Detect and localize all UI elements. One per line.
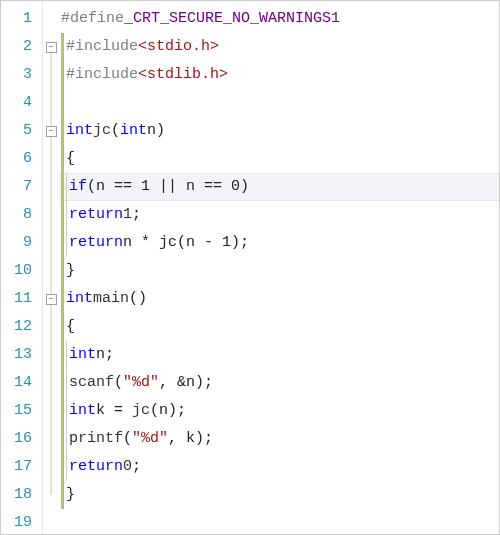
punct: ; xyxy=(204,425,213,453)
line-number: 17 xyxy=(1,453,32,481)
code-line[interactable] xyxy=(61,89,499,117)
line-number: 8 xyxy=(1,201,32,229)
preproc-directive: #include xyxy=(66,33,138,61)
code-line[interactable]: #include <stdlib.h> xyxy=(61,61,499,89)
line-number: 11 xyxy=(1,285,32,313)
line-number: 19 xyxy=(1,509,32,535)
punct: ( xyxy=(114,369,123,397)
punct: ( xyxy=(87,173,96,201)
code-line[interactable]: } xyxy=(61,257,499,285)
identifier: k = xyxy=(96,397,132,425)
code-line[interactable]: printf("%d", k); xyxy=(61,425,499,453)
args: (n) xyxy=(150,397,177,425)
line-number: 6 xyxy=(1,145,32,173)
identifier: n xyxy=(147,117,156,145)
line-number: 10 xyxy=(1,257,32,285)
punct: ; xyxy=(240,229,249,257)
line-number-gutter: 1 2 3 4 5 6 7 8 9 10 11 12 13 14 15 16 1… xyxy=(1,1,43,534)
punct: ) xyxy=(156,117,165,145)
line-number: 5 xyxy=(1,117,32,145)
preproc-directive: #include xyxy=(66,61,138,89)
identifier: n xyxy=(96,341,105,369)
line-number: 1 xyxy=(1,5,32,33)
keyword: return xyxy=(69,453,123,481)
code-line[interactable]: int n; xyxy=(61,341,499,369)
code-line[interactable]: return n * jc(n - 1); xyxy=(61,229,499,257)
line-number: 16 xyxy=(1,425,32,453)
line-number: 9 xyxy=(1,229,32,257)
include-header: <stdio.h> xyxy=(138,33,219,61)
macro-name: _CRT_SECURE_NO_WARNINGS xyxy=(124,5,331,33)
line-number: 2 xyxy=(1,33,32,61)
punct: ( xyxy=(111,117,120,145)
code-line[interactable] xyxy=(61,509,499,535)
function-call: scanf xyxy=(69,369,114,397)
brace: } xyxy=(66,481,75,509)
code-editor[interactable]: 1 2 3 4 5 6 7 8 9 10 11 12 13 14 15 16 1… xyxy=(1,1,499,534)
code-line[interactable]: scanf("%d", &n); xyxy=(61,369,499,397)
keyword: int xyxy=(66,117,93,145)
line-number: 14 xyxy=(1,369,32,397)
code-line[interactable]: int jc(int n) xyxy=(61,117,499,145)
line-number: 3 xyxy=(1,61,32,89)
code-line[interactable]: { xyxy=(61,145,499,173)
string-literal: "%d" xyxy=(132,425,168,453)
literal: 0 xyxy=(123,453,132,481)
line-number: 12 xyxy=(1,313,32,341)
code-line[interactable]: } xyxy=(61,481,499,509)
fold-toggle-icon[interactable]: − xyxy=(46,42,57,53)
code-line[interactable]: int k = jc(n); xyxy=(61,397,499,425)
code-line[interactable]: #define _CRT_SECURE_NO_WARNINGS 1 xyxy=(61,5,499,33)
keyword: if xyxy=(69,173,87,201)
expression: n == 1 || n == 0 xyxy=(96,173,240,201)
keyword: return xyxy=(69,201,123,229)
function-call: printf xyxy=(69,425,123,453)
fold-column: − − − xyxy=(43,1,59,534)
function-name: jc xyxy=(93,117,111,145)
args: , &n) xyxy=(159,369,204,397)
function-call: jc xyxy=(132,397,150,425)
brace: } xyxy=(66,257,75,285)
brace: { xyxy=(66,145,75,173)
expression: n * jc(n - 1) xyxy=(123,229,240,257)
code-line[interactable]: { xyxy=(61,313,499,341)
line-number: 13 xyxy=(1,341,32,369)
punct: ; xyxy=(132,201,141,229)
keyword: int xyxy=(66,285,93,313)
literal: 1 xyxy=(331,5,340,33)
punct: ) xyxy=(240,173,249,201)
punct: ; xyxy=(105,341,114,369)
fold-toggle-icon[interactable]: − xyxy=(46,294,57,305)
args: , k) xyxy=(168,425,204,453)
string-literal: "%d" xyxy=(123,369,159,397)
code-line[interactable]: if (n == 1 || n == 0) xyxy=(61,173,499,201)
punct: ; xyxy=(132,453,141,481)
line-number: 4 xyxy=(1,89,32,117)
code-line[interactable]: return 0; xyxy=(61,453,499,481)
preproc-directive: #define xyxy=(61,5,124,33)
punct: ; xyxy=(177,397,186,425)
include-header: <stdlib.h> xyxy=(138,61,228,89)
punct: () xyxy=(129,285,147,313)
function-name: main xyxy=(93,285,129,313)
keyword: int xyxy=(69,397,96,425)
code-line[interactable]: return 1; xyxy=(61,201,499,229)
fold-toggle-icon[interactable]: − xyxy=(46,126,57,137)
line-number: 15 xyxy=(1,397,32,425)
punct: ( xyxy=(123,425,132,453)
code-line[interactable]: int main() xyxy=(61,285,499,313)
line-number: 7 xyxy=(1,173,32,201)
code-area[interactable]: #define _CRT_SECURE_NO_WARNINGS 1 #inclu… xyxy=(59,1,499,534)
line-number: 18 xyxy=(1,481,32,509)
punct: ; xyxy=(204,369,213,397)
keyword: return xyxy=(69,229,123,257)
keyword: int xyxy=(120,117,147,145)
keyword: int xyxy=(69,341,96,369)
code-line[interactable]: #include <stdio.h> xyxy=(61,33,499,61)
literal: 1 xyxy=(123,201,132,229)
brace: { xyxy=(66,313,75,341)
